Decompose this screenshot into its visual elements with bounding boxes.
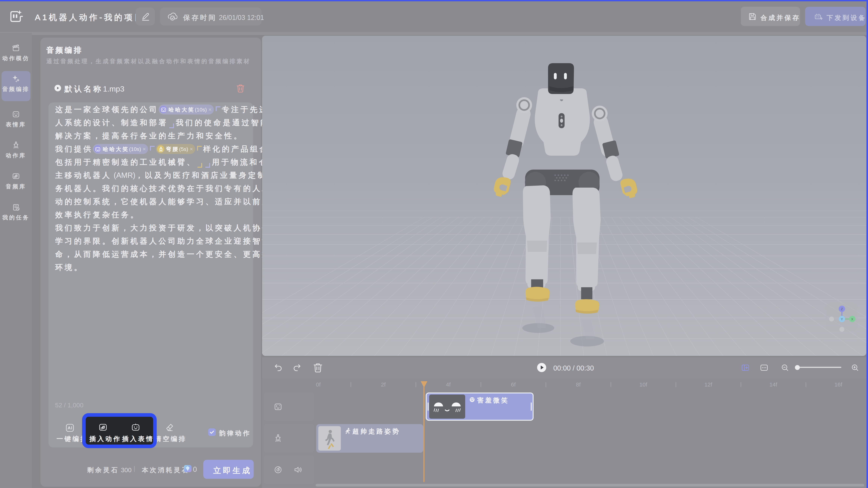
svg-text:Z: Z [841,307,843,311]
svg-text:Y: Y [841,317,843,321]
svg-text:X: X [851,317,853,321]
